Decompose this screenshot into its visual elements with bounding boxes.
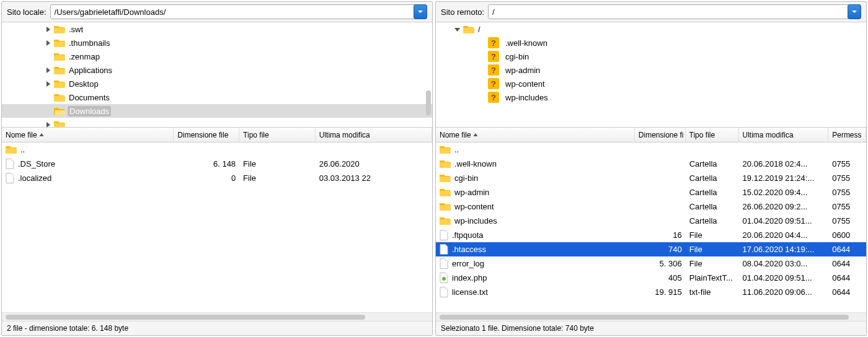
tree-item[interactable]: .thumbnails [2, 36, 432, 50]
local-list[interactable]: ...DS_Store6. 148File26.06.2020.localize… [2, 142, 432, 312]
folder-icon [440, 202, 451, 211]
tree-item[interactable]: ?wp-includes [436, 90, 866, 104]
expand-icon[interactable] [44, 27, 51, 32]
tree-label: cgi-bin [504, 51, 530, 62]
folder-icon [440, 159, 451, 168]
list-row[interactable]: .DS_Store6. 148File26.06.2020 [2, 157, 432, 171]
local-h-scrollbar[interactable] [2, 312, 432, 321]
tree-item[interactable]: ?cgi-bin [436, 50, 866, 63]
list-row[interactable]: license.txt19. 915txt-file11.06.2020 09:… [436, 285, 866, 299]
tree-label: / [477, 24, 482, 35]
tree-item[interactable]: Desktop [2, 77, 432, 90]
tree-item[interactable] [2, 118, 432, 128]
sort-asc-icon [473, 131, 478, 139]
tree-scrollbar[interactable] [426, 90, 431, 115]
tree-item[interactable]: Documents [2, 90, 432, 104]
column-header[interactable]: Ultima modifica [739, 128, 829, 142]
tree-item[interactable]: Downloads [2, 104, 432, 118]
folder-icon [54, 25, 65, 34]
local-status: 2 file - dimensione totale: 6. 148 byte [2, 321, 432, 335]
expand-icon[interactable] [44, 40, 51, 46]
file-icon [440, 244, 448, 255]
folder-icon [440, 145, 451, 154]
list-row[interactable]: cgi-binCartella19.12.2019 21:24:...0755 [436, 171, 866, 185]
tree-item[interactable]: ?wp-content [436, 77, 866, 90]
tree-label: wp-admin [504, 65, 541, 76]
column-header[interactable]: Dimensione fi [635, 128, 686, 142]
remote-path-label: Sito remoto: [441, 7, 484, 17]
column-header[interactable]: Nome file [2, 128, 174, 142]
tree-label: Downloads [68, 106, 111, 116]
tree-item[interactable]: / [436, 22, 866, 36]
folder-icon [54, 66, 65, 75]
column-header[interactable]: Tipo file [239, 128, 316, 142]
folder-icon [463, 25, 474, 34]
column-header[interactable]: Tipo file [686, 128, 739, 142]
tree-item[interactable]: .swt [2, 22, 432, 36]
remote-path-input[interactable] [488, 4, 849, 19]
tree-label: Applications [68, 65, 113, 76]
local-path-dropdown[interactable] [414, 4, 427, 19]
local-path-input[interactable] [50, 4, 415, 19]
list-row[interactable]: wp-contentCartella26.06.2020 09:2...0755 [436, 199, 866, 214]
list-row[interactable]: error_log5. 306File08.04.2020 03:0...064… [436, 256, 866, 271]
tree-label [68, 124, 70, 125]
tree-label: .thumbnails [68, 38, 111, 48]
unknown-folder-icon: ? [488, 92, 499, 103]
tree-label: .zenmap [68, 51, 101, 62]
folder-open-icon [54, 107, 65, 116]
expand-icon[interactable] [44, 68, 51, 73]
folder-icon [6, 145, 17, 154]
file-icon [6, 159, 14, 169]
file-icon [440, 287, 448, 297]
list-row[interactable]: .localized0File03.03.2013 22 [2, 171, 432, 185]
remote-path-dropdown[interactable] [848, 4, 861, 19]
remote-tree[interactable]: /?.well-known?cgi-bin?wp-admin?wp-conten… [436, 22, 866, 128]
list-row[interactable]: .. [436, 142, 866, 157]
remote-list-header: Nome fileDimensione fiTipo fileUltima mo… [436, 128, 866, 142]
php-file-icon [440, 273, 448, 283]
folder-icon [54, 52, 65, 61]
expand-icon[interactable] [44, 122, 51, 128]
tree-item[interactable]: ?wp-admin [436, 63, 866, 77]
file-icon [6, 173, 14, 183]
tree-label: Desktop [68, 79, 100, 89]
unknown-folder-icon: ? [488, 64, 499, 76]
tree-label: .well-known [504, 38, 549, 48]
tree-label: wp-content [504, 79, 546, 89]
column-header[interactable]: Ultima modifica [316, 128, 432, 142]
file-icon [440, 258, 448, 269]
list-row[interactable]: .ftpquota16File20.06.2020 04:4...0600 [436, 228, 866, 242]
list-row[interactable]: wp-includesCartella01.04.2020 09:51...07… [436, 214, 866, 228]
tree-item[interactable]: .zenmap [2, 50, 432, 63]
tree-item[interactable]: Applications [2, 63, 432, 77]
remote-list[interactable]: ...well-knownCartella20.06.2018 02:4...0… [436, 142, 866, 312]
local-path-label: Sito locale: [7, 7, 46, 17]
list-row[interactable]: index.php405PlainTextT...01.04.2020 09:5… [436, 271, 866, 285]
remote-pane: Sito remoto:/?.well-known?cgi-bin?wp-adm… [435, 1, 867, 336]
local-tree[interactable]: .swt.thumbnails.zenmapApplicationsDeskto… [2, 22, 432, 128]
unknown-folder-icon: ? [488, 78, 499, 89]
remote-h-scrollbar[interactable] [436, 312, 866, 321]
folder-icon [440, 188, 451, 197]
column-header[interactable]: Permess [828, 128, 866, 142]
folder-icon [440, 173, 451, 183]
scrollbar-thumb[interactable] [6, 315, 365, 320]
local-pane: Sito locale:.swt.thumbnails.zenmapApplic… [1, 1, 433, 336]
tree-label: .swt [68, 24, 84, 35]
folder-icon [54, 120, 65, 128]
list-row[interactable]: .. [2, 142, 432, 157]
list-row[interactable]: .well-knownCartella20.06.2018 02:4...075… [436, 157, 866, 171]
tree-item[interactable]: ?.well-known [436, 36, 866, 50]
list-row[interactable]: wp-adminCartella15.02.2020 09:4...0755 [436, 185, 866, 199]
expand-icon[interactable] [44, 81, 51, 87]
unknown-folder-icon: ? [488, 37, 499, 48]
column-header[interactable]: Nome file [436, 128, 635, 142]
list-row[interactable]: .htaccess740File17.06.2020 14:19:...0644 [436, 242, 866, 256]
scrollbar-thumb[interactable] [440, 315, 849, 320]
remote-path-bar: Sito remoto: [436, 2, 866, 22]
column-header[interactable]: Dimensione file [174, 128, 239, 142]
remote-status: Selezionato 1 file. Dimensione totale: 7… [436, 321, 866, 335]
tree-label: Documents [68, 92, 111, 103]
collapse-icon[interactable] [453, 27, 461, 32]
